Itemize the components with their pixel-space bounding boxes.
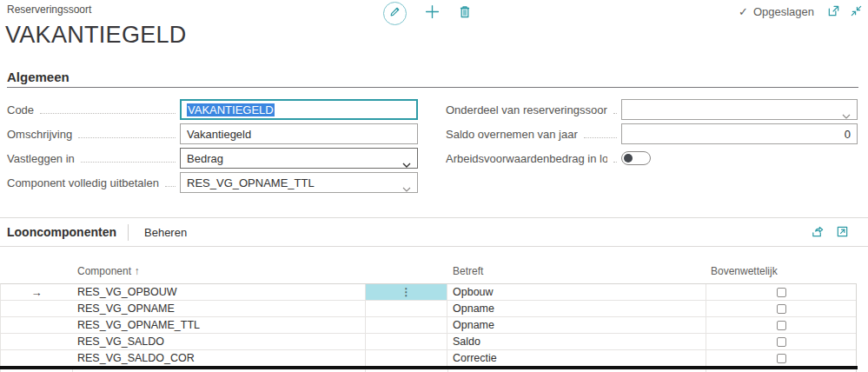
field-arbeidsvoorwaardenbedrag: Arbeidsvoorwaardenbedrag in loonaa... xyxy=(446,148,858,169)
cell-betreft[interactable]: Opname xyxy=(447,319,706,331)
general-fields-left: Code VAKANTIEGELD Omschrijving Vastlegge… xyxy=(7,99,418,196)
fasttab-heading-algemeen[interactable]: Algemeen xyxy=(7,70,70,84)
menu-item-beheren[interactable]: Beheren xyxy=(144,226,187,239)
focused-cell[interactable]: ⋮ xyxy=(365,284,447,300)
cell-bovenwettelijk xyxy=(706,350,857,366)
collapse-button[interactable] xyxy=(850,4,863,20)
field-arbeidsvoorwaardenbedrag-label: Arbeidsvoorwaardenbedrag in loonaa... xyxy=(446,152,621,165)
toolbar-divider xyxy=(128,224,129,241)
open-in-new-button[interactable] xyxy=(836,225,849,241)
code-input[interactable]: VAKANTIEGELD xyxy=(180,99,418,120)
table-row[interactable]: RES_VG_OPNAME_TTL Opname xyxy=(1,317,856,334)
part-toolbar-icons xyxy=(811,225,849,241)
partial-next-row xyxy=(0,369,857,372)
check-icon: ✓ xyxy=(739,5,748,18)
cell-component[interactable]: RES_VG_OPNAME xyxy=(72,302,365,315)
cell-blank[interactable] xyxy=(365,317,447,333)
table-row[interactable]: → RES_VG_OPBOUW ⋮ Opbouw xyxy=(1,284,856,301)
cell-blank[interactable] xyxy=(365,301,447,316)
field-vastleggen-in-label: Vastleggen in xyxy=(7,152,180,165)
delete-button[interactable] xyxy=(458,5,472,22)
dotted-leader xyxy=(40,104,176,114)
cell-component[interactable]: RES_VG_SALDO_COR xyxy=(72,352,365,364)
vastleggen-in-select[interactable]: Bedrag xyxy=(180,148,418,169)
cell-component[interactable]: RES_VG_SALDO xyxy=(72,335,365,348)
collapse-icon xyxy=(850,4,863,20)
bovenwettelijk-checkbox[interactable] xyxy=(777,304,786,314)
table-row[interactable]: RES_VG_SALDO Saldo xyxy=(1,334,856,350)
saldo-overnemen-van-jaar-input[interactable] xyxy=(621,123,858,144)
new-button[interactable] xyxy=(425,4,440,22)
field-omschrijving: Omschrijving xyxy=(7,123,418,144)
table-body: → RES_VG_OPBOUW ⋮ Opbouw RES_VG_OPNAME O… xyxy=(0,283,857,367)
dotted-leader xyxy=(81,153,176,163)
share-button[interactable] xyxy=(811,225,825,241)
dotted-leader xyxy=(613,104,617,114)
field-onderdeel-label: Onderdeel van reserveringssoort xyxy=(446,103,621,116)
table-row[interactable]: RES_VG_OPNAME Opname xyxy=(1,301,856,317)
part-heading-looncomponenten[interactable]: Looncomponenten xyxy=(7,225,116,239)
column-header-bovenwettelijk[interactable]: Bovenwettelijk xyxy=(706,265,857,277)
bovenwettelijk-checkbox[interactable] xyxy=(777,337,786,347)
field-saldo-overnemen-van-jaar: Saldo overnemen van jaar xyxy=(446,123,858,144)
omschrijving-input[interactable] xyxy=(180,123,418,144)
sort-ascending-icon: ↑ xyxy=(134,265,139,277)
field-component-volledig-uitbetalen-label: Component volledig uitbetalen xyxy=(7,176,180,189)
cell-betreft[interactable]: Opbouw xyxy=(447,286,706,298)
field-code-label: Code xyxy=(7,103,180,116)
popout-icon xyxy=(827,4,840,20)
toggle-knob xyxy=(624,154,633,163)
plus-icon xyxy=(425,4,440,22)
field-omschrijving-label: Omschrijving xyxy=(7,128,180,141)
component-volledig-uitbetalen-combo[interactable]: RES_VG_OPNAME_TTL xyxy=(180,172,418,193)
card-action-bar xyxy=(383,1,472,25)
field-saldo-label: Saldo overnemen van jaar xyxy=(446,128,621,141)
popout-button[interactable] xyxy=(827,4,840,20)
part-header-bar: Looncomponenten Beheren xyxy=(0,217,868,247)
bovenwettelijk-checkbox[interactable] xyxy=(777,321,786,330)
cell-betreft[interactable]: Saldo xyxy=(447,335,706,348)
bovenwettelijk-checkbox[interactable] xyxy=(777,354,786,363)
edit-button[interactable] xyxy=(383,2,407,25)
cell-blank[interactable] xyxy=(365,350,447,366)
open-in-new-icon xyxy=(836,225,849,241)
dotted-leader xyxy=(584,129,617,138)
cell-betreft[interactable]: Opname xyxy=(447,302,706,315)
cell-component[interactable]: RES_VG_OPBOUW xyxy=(72,286,365,298)
cell-bovenwettelijk xyxy=(706,334,857,349)
cell-bovenwettelijk xyxy=(706,317,857,333)
general-fields-right: Onderdeel van reserveringssoort Saldo ov… xyxy=(446,99,858,172)
section-divider xyxy=(7,87,858,88)
cell-component[interactable]: RES_VG_OPNAME_TTL xyxy=(72,319,365,331)
bovenwettelijk-checkbox[interactable] xyxy=(777,288,786,297)
window-controls xyxy=(827,4,863,20)
cell-context-menu-icon[interactable]: ⋮ xyxy=(401,287,412,297)
selected-text: VAKANTIEGELD xyxy=(187,103,275,116)
onderdeel-van-reserveringssoort-combo[interactable] xyxy=(621,99,858,120)
table-header-row: Component ↑ Betreft Bovenwettelijk xyxy=(0,259,857,283)
column-header-betreft[interactable]: Betreft xyxy=(447,265,706,277)
field-onderdeel-van-reserveringssoort: Onderdeel van reserveringssoort xyxy=(446,99,858,120)
active-row-indicator-icon: → xyxy=(1,286,72,299)
cell-blank[interactable] xyxy=(365,334,447,349)
field-component-volledig-uitbetalen: Component volledig uitbetalen RES_VG_OPN… xyxy=(7,172,418,193)
trash-icon xyxy=(458,5,472,22)
share-icon xyxy=(811,225,825,241)
cell-betreft[interactable]: Correctie xyxy=(447,352,706,364)
page-caption: Reserveringssoort xyxy=(7,3,91,16)
save-status: ✓ Opgeslagen xyxy=(739,5,814,18)
dotted-leader xyxy=(165,177,176,187)
save-status-label: Opgeslagen xyxy=(753,5,814,18)
dotted-leader xyxy=(613,153,617,163)
field-code: Code VAKANTIEGELD xyxy=(7,99,418,120)
field-vastleggen-in: Vastleggen in Bedrag xyxy=(7,148,418,169)
cell-bovenwettelijk xyxy=(706,284,857,300)
arbeidsvoorwaardenbedrag-toggle[interactable] xyxy=(621,151,651,165)
cell-bovenwettelijk xyxy=(706,301,857,316)
page-title: VAKANTIEGELD xyxy=(5,22,187,49)
table-row[interactable]: RES_VG_SALDO_COR Correctie xyxy=(1,350,856,367)
pencil-icon xyxy=(388,5,401,21)
dotted-leader xyxy=(78,129,176,138)
column-header-component[interactable]: Component ↑ xyxy=(72,265,365,277)
